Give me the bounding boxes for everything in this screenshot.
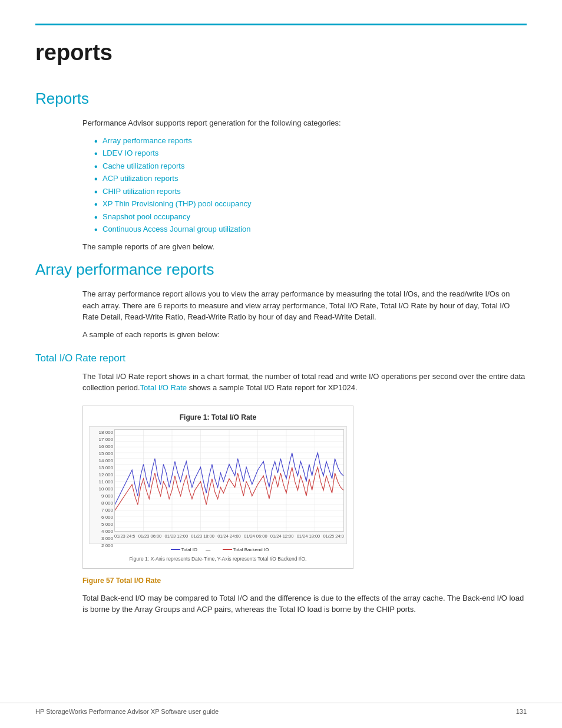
- chart-xaxis: 01/23 24:5 01/23 06:00 01/23 12:00 01/23…: [114, 532, 344, 543]
- footer: HP StorageWorks Performance Advisor XP S…: [0, 703, 562, 717]
- array-performance-body1: The array performance report allows you …: [82, 288, 527, 323]
- reports-after-bullets: The sample reports of are given below.: [82, 241, 527, 253]
- chart-legend: Total IO — Total Backend IO: [89, 546, 347, 554]
- reports-section-title: Reports: [35, 87, 527, 110]
- total-io-body: The Total I/O Rate report shows in a cha…: [82, 371, 527, 394]
- array-performance-section: Array performance reports The array perf…: [35, 258, 527, 615]
- bullet-snapshot: Snapshot pool occupancy: [94, 211, 527, 223]
- figure-label: Figure 57 Total I/O Rate: [82, 575, 527, 587]
- link-chip-util[interactable]: CHIP utilization reports: [103, 187, 181, 196]
- link-snapshot[interactable]: Snapshot pool occupancy: [103, 212, 190, 221]
- bullet-ldev-io: LDEV IO reports: [94, 147, 527, 159]
- link-acp-util[interactable]: ACP utilization reports: [103, 174, 178, 183]
- link-ldev-io[interactable]: LDEV IO reports: [103, 149, 158, 157]
- array-performance-title: Array performance reports: [35, 258, 527, 281]
- bullet-xp-thin: XP Thin Provisioning (THP) pool occupanc…: [94, 198, 527, 210]
- reports-section: Reports Performance Advisor supports rep…: [35, 87, 527, 252]
- bullet-ca-journal: Continuous Access Journal group utilizat…: [94, 223, 527, 235]
- array-performance-body2: A sample of each reports is given below:: [82, 329, 527, 341]
- link-ca-journal[interactable]: Continuous Access Journal group utilizat…: [103, 225, 250, 233]
- bullet-cache-util: Cache utilization reports: [94, 160, 527, 172]
- chart-svg: [115, 430, 343, 531]
- after-figure-text: Total Back-end I/O may be compared to To…: [82, 592, 527, 615]
- bullet-array-performance: Array performance reports: [94, 135, 527, 147]
- total-io-subsection: Total I/O Rate report The Total I/O Rate…: [35, 351, 527, 615]
- footer-right: 131: [516, 707, 527, 717]
- chart-inner: [114, 429, 344, 532]
- reports-bullet-list: Array performance reports LDEV IO report…: [94, 135, 527, 235]
- link-total-io-rate[interactable]: Total I/O Rate: [140, 383, 187, 392]
- footer-left: HP StorageWorks Performance Advisor XP S…: [35, 707, 219, 717]
- chapter-title: reports: [35, 36, 527, 70]
- chart-area: 18 000 17 000 16 000 15 000 14 000 13 00…: [89, 426, 347, 544]
- figure-total-io: Figure 1: Total I/O Rate 18 000 17 000 1…: [82, 406, 353, 569]
- figure-label-text: Figure 57 Total I/O Rate: [82, 577, 161, 585]
- reports-intro: Performance Advisor supports report gene…: [82, 117, 527, 129]
- page: reports Reports Performance Advisor supp…: [0, 0, 562, 728]
- bullet-acp-util: ACP utilization reports: [94, 173, 527, 185]
- figure-caption: Figure 1: X-Axis represents Date-Time, Y…: [89, 555, 347, 563]
- total-io-title: Total I/O Rate report: [35, 351, 527, 366]
- link-xp-thin[interactable]: XP Thin Provisioning (THP) pool occupanc…: [103, 199, 251, 208]
- link-array-performance[interactable]: Array performance reports: [103, 136, 192, 145]
- link-cache-util[interactable]: Cache utilization reports: [103, 162, 184, 170]
- bullet-chip-util: CHIP utilization reports: [94, 186, 527, 197]
- figure-title: Figure 1: Total I/O Rate: [89, 412, 347, 423]
- chart-yaxis: 18 000 17 000 16 000 15 000 14 000 13 00…: [90, 427, 114, 543]
- top-border: [35, 24, 527, 25]
